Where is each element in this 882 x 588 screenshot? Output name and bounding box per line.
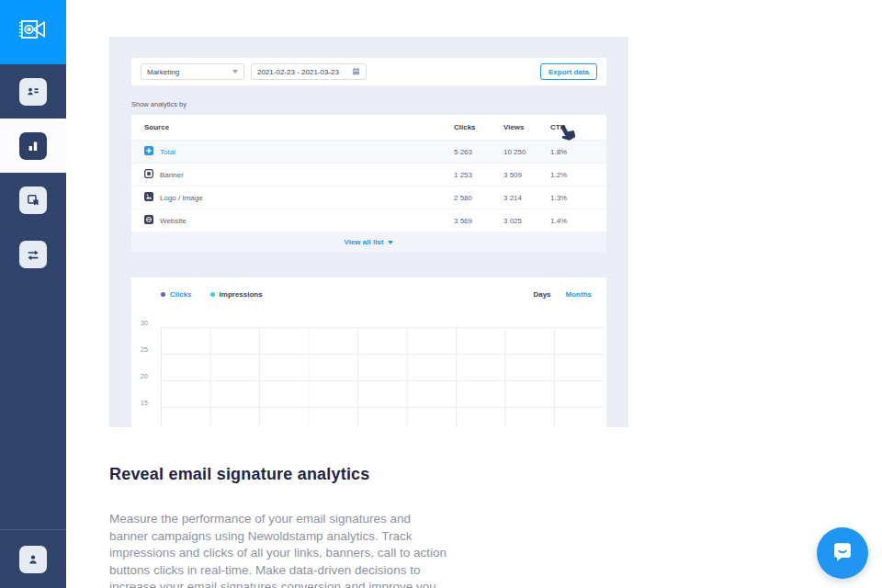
y-axis-tick: 20 [141, 373, 148, 379]
paragraph-line: impressions and clicks of all your links… [109, 545, 447, 562]
paragraph-line: increase your email signatures conversio… [109, 579, 447, 588]
swap-arrows-icon [19, 241, 47, 268]
analytics-dashboard-preview: Marketing 2021-02-23 - 2021-03-23 Export… [109, 37, 628, 427]
sidebar [0, 0, 66, 588]
ctr-value: 1.3% [550, 194, 594, 202]
views-value: 3 214 [503, 194, 550, 202]
banner-frames-icon [19, 187, 47, 214]
clicks-value: 1 253 [454, 171, 503, 179]
chart-grid [161, 327, 604, 427]
views-value: 3 025 [503, 217, 550, 225]
legend-impressions-label: Impressions [220, 290, 263, 299]
sidebar-item-banners[interactable] [0, 173, 66, 227]
campaign-select-value: Marketing [147, 68, 179, 76]
chevron-down-icon [388, 241, 393, 244]
clicks-value: 3 569 [454, 217, 503, 225]
y-axis-tick: 15 [141, 400, 148, 406]
sidebar-item-transfers[interactable] [0, 227, 66, 281]
table-header-row: Source Clicks Views CTR [131, 115, 606, 140]
campaign-select[interactable]: Marketing [141, 63, 244, 80]
sidebar-item-contacts[interactable] [0, 64, 66, 119]
section-heading: Reveal email signature analytics [109, 465, 370, 484]
table-row: Logo / Image 2 580 3 214 1.3% [131, 186, 606, 209]
user-icon[interactable] [19, 546, 47, 573]
chart-period-tabs: Days Months [533, 290, 592, 299]
bar-chart-icon [19, 132, 47, 160]
source-label[interactable]: Total [160, 148, 175, 156]
sources-table: Source Clicks Views CTR Total 5 263 10 2… [131, 115, 606, 253]
clicks-legend-dot-icon [161, 292, 165, 297]
chat-widget-button[interactable] [817, 527, 868, 579]
chevron-down-icon [232, 70, 238, 74]
views-value: 3 509 [503, 171, 550, 179]
clicks-value: 2 580 [454, 194, 503, 202]
id-card-icon [19, 78, 47, 106]
source-label: Banner [160, 171, 184, 179]
stamp-envelope-logo-icon [17, 14, 50, 51]
total-source-icon [144, 146, 153, 157]
page: Marketing 2021-02-23 - 2021-03-23 Export… [0, 0, 882, 588]
paragraph-line: buttons clicks in real-time. Make data-d… [109, 562, 447, 580]
section-paragraph: Measure the performance of your email si… [109, 511, 447, 588]
dashboard-toolbar: Marketing 2021-02-23 - 2021-03-23 Export… [131, 58, 606, 85]
sidebar-footer [0, 529, 66, 588]
chat-bubble-icon [830, 538, 855, 568]
tab-months[interactable]: Months [566, 290, 592, 299]
chart-legend: Clicks Impressions [161, 290, 263, 299]
table-row: Banner 1 253 3 509 1.2% [131, 163, 606, 186]
table-row: Website 3 569 3 025 1.4% [131, 209, 606, 232]
y-axis-tick: 25 [141, 346, 148, 353]
source-label: Website [160, 217, 187, 225]
show-analytics-by-label: Show analytics by [131, 100, 187, 108]
col-source: Source [144, 123, 454, 131]
col-views: Views [503, 123, 550, 131]
paragraph-line: Measure the performance of your email si… [109, 511, 447, 528]
ctr-value: 1.2% [550, 171, 594, 179]
legend-clicks-label: Clicks [170, 290, 192, 299]
source-label: Logo / Image [160, 194, 203, 202]
table-row: Total 5 263 10 250 1.8% [131, 140, 606, 163]
views-value: 10 250 [503, 148, 550, 156]
ctr-value: 1.4% [550, 217, 594, 225]
date-range-input[interactable]: 2021-02-23 - 2021-03-23 [251, 63, 367, 80]
clicks-impressions-chart: Clicks Impressions Days Months 30 25 20 … [131, 277, 606, 427]
ctr-value: 1.8% [550, 148, 594, 156]
paragraph-line: banner campaigns using Newoldstamp analy… [109, 528, 447, 546]
view-all-list-link[interactable]: View all list [131, 232, 606, 253]
sidebar-item-analytics[interactable] [0, 119, 66, 173]
impressions-legend-dot-icon [210, 292, 215, 297]
calendar-icon [352, 67, 360, 77]
export-data-button[interactable]: Export data [540, 63, 597, 80]
logo-image-source-icon [144, 192, 153, 203]
clicks-value: 5 263 [454, 148, 503, 156]
tab-days[interactable]: Days [533, 290, 550, 299]
y-axis-tick: 30 [141, 320, 148, 326]
date-range-value: 2021-02-23 - 2021-03-23 [257, 68, 339, 76]
banner-source-icon [144, 169, 153, 180]
logo[interactable] [0, 0, 66, 64]
col-clicks: Clicks [454, 123, 503, 131]
website-source-icon [144, 215, 153, 226]
